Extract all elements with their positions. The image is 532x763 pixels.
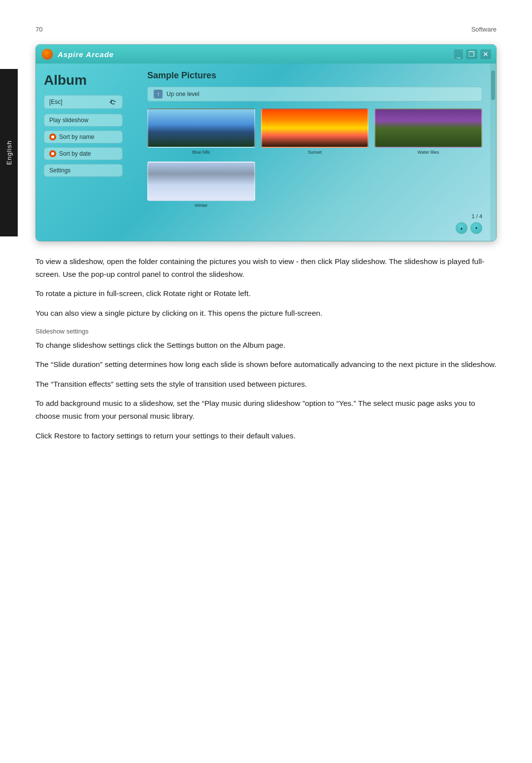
app-sidebar: Album [Esc] Play slideshow Sort by name …: [36, 64, 139, 241]
thumb-label-blue-hills: Blue hills: [192, 150, 210, 155]
thumbnails-row2: Winter: [147, 162, 482, 208]
app-body: Album [Esc] Play slideshow Sort by name …: [36, 64, 496, 241]
settings-button[interactable]: Settings: [44, 164, 123, 177]
thumbnail-water-lilies[interactable]: Water lilies: [374, 108, 482, 155]
sort-by-name-label: Sort by name: [59, 133, 94, 140]
thumbnail-blue-hills[interactable]: Blue hills: [147, 108, 255, 155]
app-window: Aspire Arcade _ ❐ ✕ Album [Esc] Play s: [35, 44, 497, 241]
app-scrollbar[interactable]: [490, 64, 496, 241]
back-icon: [108, 98, 117, 106]
scrollbar-thumb: [491, 70, 495, 100]
content-area: Aspire Arcade _ ❐ ✕ Album [Esc] Play s: [35, 44, 497, 449]
thumb-label-sunset: Sunset: [308, 150, 322, 155]
maximize-button[interactable]: ❐: [466, 49, 477, 59]
page-indicator: 1 / 4: [472, 213, 482, 219]
nav-up-button[interactable]: [456, 222, 467, 234]
thumb-label-winter: Winter: [195, 203, 207, 208]
para4: To change slideshow settings click the S…: [35, 339, 497, 352]
nav-buttons: [456, 222, 482, 234]
slideshow-settings-heading: Slideshow settings: [35, 326, 497, 336]
thumbnail-sunset[interactable]: Sunset: [261, 108, 369, 155]
thumb-img-winter: [147, 162, 255, 201]
para1: To view a slideshow, open the folder con…: [35, 255, 497, 280]
window-controls: _ ❐ ✕: [454, 49, 491, 59]
thumbnail-winter[interactable]: Winter: [147, 162, 255, 208]
para2: To rotate a picture in full-screen, clic…: [35, 287, 497, 300]
play-slideshow-button[interactable]: Play slideshow: [44, 114, 123, 127]
sort-by-date-button[interactable]: Sort by date: [44, 147, 123, 160]
thumb-img-blue-hills: [147, 108, 255, 148]
thumb-img-water-lilies: [374, 108, 482, 148]
thumb-img-sunset: [261, 108, 369, 148]
minimize-button[interactable]: _: [454, 49, 463, 59]
sort-by-date-label: Sort by date: [59, 150, 91, 157]
up-level-icon: [154, 90, 163, 99]
page-number: 70: [35, 26, 42, 33]
page-label: Software: [471, 26, 497, 33]
title-bar: Aspire Arcade _ ❐ ✕: [36, 45, 496, 64]
thumbnails-grid: Blue hills Sunset Water lilies: [147, 108, 482, 155]
thumb-label-water-lilies: Water lilies: [418, 150, 439, 155]
side-tab-label: English: [5, 140, 13, 165]
para7: To add background music to a slideshow, …: [35, 397, 497, 422]
sort-name-icon: [49, 133, 56, 140]
up-one-level-button[interactable]: Up one level: [147, 87, 482, 101]
sort-date-icon: [49, 150, 56, 157]
pagination: 1 / 4: [456, 213, 482, 234]
esc-label: [Esc]: [49, 99, 63, 105]
para3: You can also view a single picture by cl…: [35, 307, 497, 320]
app-title: Aspire Arcade: [58, 50, 114, 59]
section-title: Sample Pictures: [147, 70, 482, 81]
album-title: Album: [44, 72, 132, 88]
side-tab: English: [0, 69, 18, 236]
app-main: Sample Pictures Up one level Blue hills …: [139, 64, 490, 241]
close-button[interactable]: ✕: [480, 49, 491, 59]
nav-down-button[interactable]: [470, 222, 482, 234]
app-icon: [42, 49, 53, 60]
para6: The “Transition effects” setting sets th…: [35, 378, 497, 391]
para8: Click Restore to factory settings to ret…: [35, 430, 497, 442]
esc-button[interactable]: [Esc]: [44, 95, 123, 109]
body-text: To view a slideshow, open the folder con…: [35, 255, 497, 442]
up-one-level-label: Up one level: [166, 91, 200, 98]
sort-by-name-button[interactable]: Sort by name: [44, 131, 123, 143]
para5: The “Slide duration” setting determines …: [35, 358, 497, 371]
